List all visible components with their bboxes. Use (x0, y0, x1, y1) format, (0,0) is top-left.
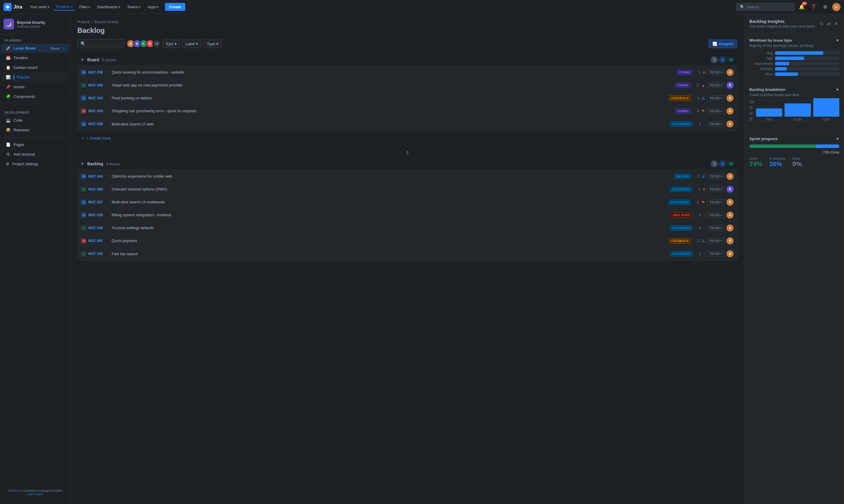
nav-teams[interactable]: Teams ▾ (124, 3, 144, 10)
sidebar-item-kanban[interactable]: 📋 Kanban board (1, 63, 69, 72)
nav-dashboards[interactable]: Dashboards ▾ (94, 3, 123, 10)
issue-label[interactable]: ACCOUNTS (670, 121, 693, 127)
settings-button[interactable]: ⚙ (821, 2, 830, 12)
filter-search-input[interactable] (87, 42, 116, 46)
table-row[interactable]: ▣ NUC-338 Multi-dest search UI web ACCOU… (78, 118, 737, 130)
insights-close-button[interactable]: ✕ (833, 20, 839, 28)
user-avatar[interactable]: U (832, 3, 841, 11)
status-badge[interactable]: TO DO ▾ (707, 108, 724, 114)
status-badge[interactable]: TO DO ▾ (707, 238, 724, 244)
workload-title[interactable]: Workload by issue type ▼ (749, 38, 839, 42)
filter-search[interactable]: 🔍 (77, 39, 124, 48)
issue-key[interactable]: NUC-346 (88, 83, 109, 87)
assignee-avatar[interactable]: B (726, 186, 734, 193)
assignee-avatar[interactable]: A (726, 173, 734, 180)
table-row[interactable]: ◆ NUC-342 Fast trip search ACCOUNTS 1 ↓ … (78, 247, 737, 260)
assignee-avatar[interactable]: A (726, 224, 734, 232)
board-section-header[interactable]: ▼ Board 5 issues 3 2 +0 (77, 54, 737, 66)
status-badge[interactable]: TO DO ▾ (707, 187, 724, 192)
status-badge[interactable]: TO DO ▾ (707, 225, 724, 231)
table-row[interactable]: ▣ NUC-337 Multi-dest search UI mobileweb… (78, 196, 737, 209)
issue-key[interactable]: NUC-344 (88, 174, 109, 178)
create-issue-row[interactable]: ＋ + Create issue (77, 133, 737, 143)
issue-key[interactable]: NUC-337 (88, 200, 109, 204)
assignee-avatar[interactable]: A (726, 95, 734, 102)
issue-label[interactable]: FORMS (676, 70, 692, 75)
insights-settings-button[interactable]: ⇄ (826, 20, 832, 28)
table-row[interactable]: ▣ NUC-344 Optimize experience for mobile… (78, 170, 737, 183)
sidebar-item-components[interactable]: 🧩 Components (1, 92, 69, 101)
issue-key[interactable]: NUC-343 (88, 96, 109, 100)
logo[interactable]: Jira (3, 3, 22, 11)
sprint-title[interactable]: Sprint progress ▼ (749, 137, 839, 141)
status-badge[interactable]: TO DO ▾ (707, 70, 724, 75)
backlog-badge-plus[interactable]: +0 (727, 161, 734, 166)
nav-apps[interactable]: Apps ▾ (145, 3, 162, 10)
nav-filter[interactable]: Filter ▾ (76, 3, 93, 10)
issue-label[interactable]: ACCOUNTS (668, 200, 691, 205)
sidebar-item-project-settings[interactable]: ⚙ Project settings (1, 159, 69, 168)
assignee-avatar[interactable]: A (726, 69, 734, 76)
issue-label[interactable]: ACCOUNTS (670, 251, 693, 256)
nav-your-work[interactable]: Your work ▾ (27, 3, 52, 10)
breakdown-title[interactable]: Backlog breakdown ▼ (749, 87, 839, 92)
table-row[interactable]: ⬤ NUC-354 Shopping cart purchasing error… (78, 105, 737, 118)
status-badge[interactable]: TO DO ▾ (707, 95, 724, 101)
status-badge[interactable]: TO DO ▾ (707, 83, 724, 88)
assignee-avatar[interactable]: A (726, 237, 734, 245)
assignee-avatar[interactable]: B (726, 82, 734, 89)
breadcrumb-beyond-gravity[interactable]: Beyond Gravity (95, 20, 119, 24)
issue-key[interactable]: NUC-339 (88, 213, 109, 217)
assignee-avatar[interactable]: A (726, 121, 734, 127)
epic-filter[interactable]: Epic ▾ (163, 39, 180, 48)
issue-label[interactable]: AWS SPIKE (670, 213, 693, 218)
nav-projects[interactable]: Projects ▾ (53, 3, 75, 11)
issue-label[interactable]: ACCOUNTS (670, 187, 692, 192)
create-button[interactable]: Create (165, 3, 185, 11)
table-row[interactable]: ▣ NUC-339 Billing system integration - f… (78, 209, 737, 221)
table-row[interactable]: ◆ NUC-340 Account settings defaults ACCO… (78, 221, 737, 234)
status-badge[interactable]: TO DO ▾ (707, 121, 724, 127)
assignee-avatar[interactable]: A (726, 250, 734, 257)
issue-label[interactable]: ACCOUNTS (670, 225, 693, 231)
status-badge[interactable]: TO DO ▾ (707, 174, 724, 179)
issue-label[interactable]: FEEDBACK (669, 95, 691, 101)
sidebar-item-code[interactable]: 💻 Code (1, 116, 69, 125)
issue-key[interactable]: NUC-341 (88, 239, 109, 243)
status-badge[interactable]: TO DO ▾ (707, 251, 724, 256)
table-row[interactable]: ◆ NUC-346 Adapt web app no new payments … (78, 79, 737, 92)
sidebar-item-reports[interactable]: 📊 Reports (1, 73, 69, 82)
issue-key[interactable]: NUC-342 (88, 252, 109, 256)
insights-button[interactable]: 📈 Insights (708, 39, 737, 48)
avatar-more[interactable]: +3 (152, 39, 161, 48)
table-row[interactable]: ⬤ NUC-341 Quick payment FEEDBACK 2 ⇊ TO … (78, 234, 737, 247)
type-filter[interactable]: Type ▾ (204, 39, 221, 48)
sidebar-item-pages[interactable]: 📄 Pages (1, 140, 69, 149)
sidebar-item-lunar-rover[interactable]: 🚀 Lunar Rover Board › (1, 44, 69, 53)
search-box[interactable]: 🔍 Search (736, 3, 795, 11)
label-filter[interactable]: Label ▾ (182, 39, 201, 48)
assignee-avatar[interactable]: A (726, 108, 734, 114)
help-button[interactable]: ❓ (809, 2, 818, 12)
sidebar-item-add-shortcut[interactable]: ➕ Add shortcut (1, 150, 69, 159)
board-badge-plus[interactable]: +0 (727, 57, 734, 62)
assignee-avatar[interactable]: A (726, 212, 734, 219)
backlog-section-header[interactable]: ▼ Backlog 8 issues 3 2 +0 (77, 158, 737, 170)
table-row[interactable]: ▣ NUC-343 Fluid booking on tablets FEEDB… (78, 92, 737, 105)
issue-label[interactable]: FEEDBACK (669, 238, 691, 244)
issue-label[interactable]: FORMS (675, 83, 691, 88)
sidebar-item-releases[interactable]: 📦 Releases (1, 125, 69, 134)
breadcrumb-projects[interactable]: Projects (77, 20, 90, 24)
status-badge[interactable]: TO DO ▾ (707, 213, 724, 218)
issue-key[interactable]: NUC-338 (88, 122, 109, 126)
status-badge[interactable]: TO DO ▾ (707, 200, 724, 205)
assignee-avatar[interactable]: A (726, 199, 734, 206)
table-row[interactable]: ◆ NUC-360 Onboard workout options (OWO) … (78, 183, 737, 196)
issue-key[interactable]: NUC-360 (88, 187, 109, 191)
table-row[interactable]: ▣ NUC-336 Quick booking for accomodation… (78, 66, 737, 79)
learn-more-link[interactable]: Learn more (27, 492, 43, 496)
sidebar-item-issues[interactable]: 📌 Issues (1, 82, 69, 91)
notifications-button[interactable]: 🔔 9+ (797, 2, 807, 12)
issue-key[interactable]: NUC-336 (88, 70, 109, 74)
issue-label[interactable]: BILLING (674, 174, 691, 179)
